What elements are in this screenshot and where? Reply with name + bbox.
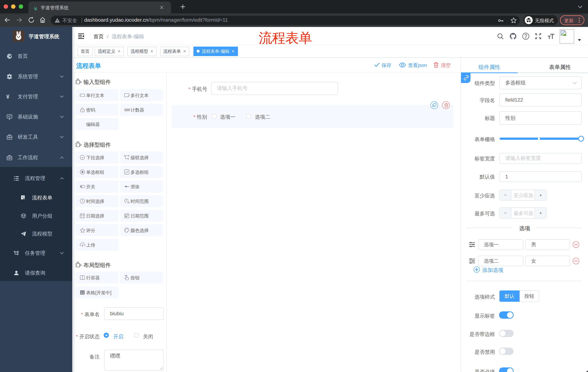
svg-text:123: 123 [124, 108, 130, 112]
